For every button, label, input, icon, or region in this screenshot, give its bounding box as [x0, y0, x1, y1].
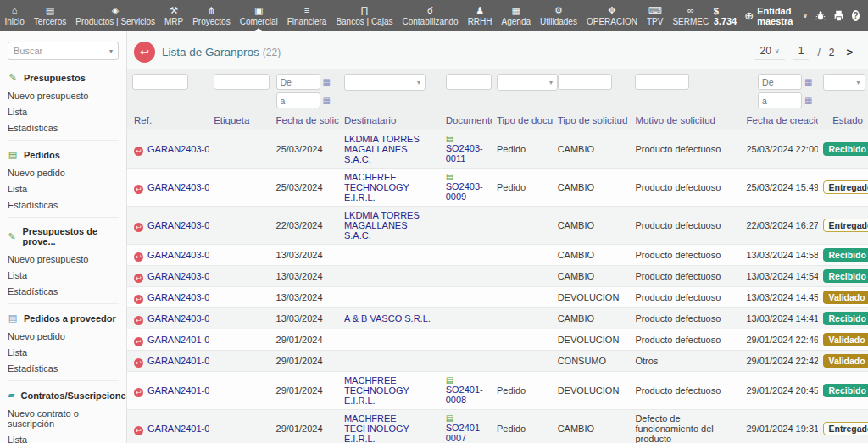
- debug-bug-icon[interactable]: [815, 10, 826, 21]
- sidebar-section-title-pedidos-proveedor[interactable]: ▤Pedidos a proveedor: [8, 310, 119, 328]
- column-header-ref[interactable]: Ref.: [127, 112, 209, 130]
- column-header-estado[interactable]: Estado: [818, 112, 868, 130]
- cell-fecha-creacion: 25/03/2024 15:49: [741, 169, 817, 207]
- nav-item-agenda[interactable]: ▦Agenda: [497, 0, 535, 31]
- destinatario-link[interactable]: MACHFREE TECHNOLOGY E.I.R.L.: [344, 375, 409, 406]
- next-page-button[interactable]: >: [843, 46, 856, 58]
- ref-link[interactable]: GARAN2403-0017: [147, 271, 209, 281]
- cell-etiqueta: [209, 266, 270, 287]
- sidebar-search-select[interactable]: Buscar ▾: [8, 42, 119, 60]
- sidebar-link[interactable]: Estadísticas: [8, 360, 119, 376]
- calendar-icon[interactable]: ▦: [323, 96, 331, 105]
- destinatario-link[interactable]: LKDMIA TORRES MAGALLANES S.A.C.: [344, 210, 420, 241]
- cell-fecha-creacion: 25/03/2024 22:00: [741, 130, 817, 169]
- cell-fecha-creacion: 29/01/2024 19:31: [741, 410, 817, 443]
- column-header-fecha-solicitud[interactable]: Fecha de solicitud: [271, 112, 339, 130]
- destinatario-link[interactable]: MACHFREE TECHNOLOGY E.I.R.L.: [344, 413, 409, 443]
- filter-destinatario-select[interactable]: ▾: [344, 74, 426, 91]
- ref-link[interactable]: GARAN2401-0013: [147, 356, 209, 366]
- ref-link[interactable]: GARAN2403-0016: [147, 292, 209, 302]
- column-header-fecha-creacion[interactable]: Fecha de creación: [741, 112, 817, 130]
- column-header-motivo-solicitud[interactable]: Motivo de solicitud: [630, 112, 741, 130]
- sidebar-link[interactable]: Lista: [8, 431, 119, 443]
- sidebar-section-title-pedidos[interactable]: ▤Pedidos: [8, 147, 119, 164]
- cell-tipo-solicitud: DEVOLUCION: [553, 329, 631, 351]
- sidebar-section-title-presupuestos[interactable]: ✎Presupuestos: [8, 69, 119, 87]
- sidebar-link[interactable]: Nuevo pedido: [8, 328, 119, 344]
- filter-fecha-solicitud-a-input[interactable]: [276, 92, 320, 108]
- cell-tipo-documento: [492, 329, 553, 351]
- nav-item-tpv[interactable]: ⌨TPV: [642, 0, 667, 31]
- sidebar-link[interactable]: Lista: [8, 103, 119, 119]
- nav-item-label: Proyectos: [192, 17, 230, 26]
- cell-tipo-documento: [492, 207, 553, 245]
- filter-tipo-documento-select[interactable]: ▾: [497, 74, 558, 91]
- sidebar-link[interactable]: Estadísticas: [8, 283, 119, 299]
- calendar-icon[interactable]: ▦: [804, 77, 812, 86]
- filter-fecha-creacion-de-input[interactable]: [758, 74, 802, 90]
- ref-link[interactable]: GARAN2401-0012: [147, 385, 209, 396]
- ref-link[interactable]: GARAN2401-0014: [147, 335, 209, 345]
- documento-link[interactable]: SO2403-0009: [446, 181, 487, 202]
- nav-item-productos-servicios[interactable]: ◈Productos | Servicios: [71, 0, 160, 31]
- nav-item-proyectos[interactable]: ⋔Proyectos: [188, 0, 235, 31]
- filter-etiqueta-input[interactable]: [214, 74, 270, 90]
- destinatario-link[interactable]: A & B VASCO S.R.L.: [344, 313, 431, 324]
- ref-link[interactable]: GARAN2403-0020: [147, 220, 209, 230]
- sidebar-link[interactable]: Lista: [8, 180, 119, 197]
- ref-link[interactable]: GARAN2403-0021: [147, 182, 209, 192]
- column-header-destinatario[interactable]: Destinatario: [339, 112, 441, 130]
- documento-link[interactable]: SO2401-0008: [446, 385, 487, 405]
- destinatario-link[interactable]: LKDMIA TORRES MAGALLANES S.A.C.: [344, 134, 420, 164]
- nav-item-comercial[interactable]: ▣Comercial: [235, 0, 282, 31]
- sidebar-link[interactable]: Estadísticas: [8, 119, 119, 136]
- help-icon[interactable]: ?: [852, 10, 860, 21]
- ref-link[interactable]: GARAN2403-0022: [147, 144, 209, 154]
- print-icon[interactable]: [833, 10, 844, 21]
- nav-item-bancos-cajas[interactable]: ∏Bancos | Cajas: [331, 0, 398, 31]
- destinatario-link[interactable]: MACHFREE TECHNOLOGY E.I.R.L.: [344, 172, 409, 202]
- filter-fecha-creacion-a-input[interactable]: [758, 92, 802, 108]
- filter-ref-input[interactable]: [132, 74, 188, 90]
- column-header-tipo-documento[interactable]: Tipo de docum...: [492, 112, 553, 130]
- filter-tipo-solicitud-input[interactable]: [558, 74, 612, 90]
- sidebar-link[interactable]: Lista: [8, 344, 119, 360]
- nav-item-contabilizando[interactable]: ☌Contabilizando: [398, 0, 463, 31]
- current-page[interactable]: 1: [793, 44, 810, 60]
- sidebar-section-title-contratos[interactable]: ▰Contratos/Suscripciones: [8, 387, 119, 405]
- filter-estado-select[interactable]: ▾: [823, 74, 865, 91]
- sidebar-link[interactable]: Nuevo presupuesto: [8, 87, 119, 103]
- ref-link[interactable]: GARAN2401-0011: [147, 424, 209, 434]
- sidebar-link[interactable]: Nuevo pedido: [8, 164, 119, 180]
- filter-fecha-solicitud-de-input[interactable]: [276, 74, 320, 90]
- nav-item-utilidades[interactable]: ⚙Utilidades: [536, 0, 582, 31]
- documento-link[interactable]: SO2403-0011: [446, 143, 487, 163]
- column-header-tipo-solicitud[interactable]: Tipo de solicitud: [553, 112, 631, 130]
- column-header-documento[interactable]: Documento: [441, 112, 492, 130]
- page-size-selector[interactable]: 20 ∨: [754, 44, 784, 60]
- documento-link[interactable]: SO2401-0007: [446, 423, 487, 443]
- nav-item-terceros[interactable]: ▤Terceros: [29, 0, 70, 31]
- nav-item-rrhh[interactable]: ♟RRHH: [463, 0, 497, 31]
- calendar-icon[interactable]: ▦: [323, 77, 331, 86]
- cell-tipo-solicitud: CAMBIO: [553, 410, 631, 443]
- entity-selector[interactable]: ⊕ Entidad maestra ∨: [744, 6, 808, 26]
- sidebar-link[interactable]: Estadísticas: [8, 197, 119, 213]
- column-header-etiqueta[interactable]: Etiqueta: [209, 112, 270, 130]
- nav-item-mrp[interactable]: ⚒MRP: [159, 0, 187, 31]
- status-badge: Recibido: [823, 269, 868, 283]
- sidebar-section-title-presupuestos-proveedor[interactable]: ✎Presupuestos de prove...: [8, 224, 119, 251]
- nav-item-sermec[interactable]: ∞SERMEC: [668, 0, 714, 31]
- sidebar-link[interactable]: Lista: [8, 267, 119, 283]
- nav-item-operacion[interactable]: ✥OPERACION: [581, 0, 642, 31]
- sidebar-link[interactable]: Nuevo contrato o suscripción: [8, 405, 119, 431]
- sidebar-link[interactable]: Nuevo presupuesto: [8, 251, 119, 267]
- ref-link[interactable]: GARAN2403-0015: [147, 313, 209, 324]
- filter-documento-input[interactable]: [446, 74, 492, 90]
- ref-link[interactable]: GARAN2403-0018: [147, 250, 209, 260]
- calendar-icon[interactable]: ▦: [804, 96, 812, 105]
- nav-item-inicio[interactable]: ⌂Inicio: [0, 0, 29, 31]
- document-icon: ▤: [446, 173, 487, 181]
- nav-item-financiera[interactable]: ≡Financiera: [282, 0, 331, 31]
- filter-motivo-solicitud-input[interactable]: [635, 74, 689, 90]
